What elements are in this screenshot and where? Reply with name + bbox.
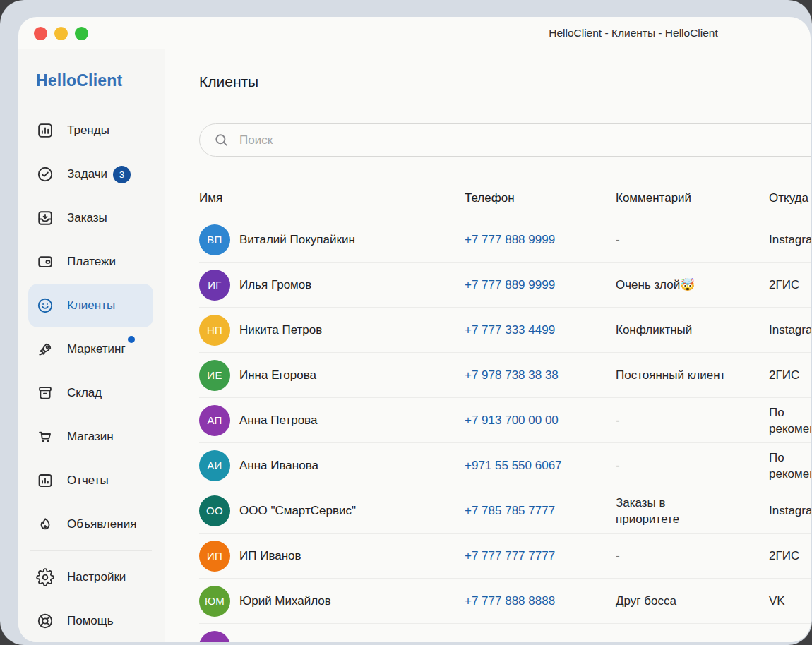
client-row[interactable]: ИГИлья Громов+7 777 889 9999Очень злой🤯2… xyxy=(199,263,811,308)
search-icon xyxy=(213,132,229,148)
window-title: HelloClient - Клиенты - HelloClient xyxy=(450,27,811,40)
client-phone-link[interactable]: +7 777 889 9999 xyxy=(465,278,555,291)
sidebar-divider xyxy=(30,550,152,551)
client-source: Instagram xyxy=(769,502,811,519)
client-avatar: ИП xyxy=(199,541,230,572)
client-name: Виталий Покупайкин xyxy=(239,233,355,247)
reports-icon xyxy=(36,471,54,490)
sidebar-item-clients[interactable]: Клиенты xyxy=(28,284,153,327)
marketing-icon xyxy=(36,340,54,358)
client-avatar: АИ xyxy=(199,450,230,481)
sidebar-item-reports[interactable]: Отчеты xyxy=(28,459,153,502)
client-phone-link[interactable]: +971 55 550 6067 xyxy=(465,459,562,472)
client-source: По рекомендации xyxy=(769,450,811,482)
sidebar-item-label: Маркетинг xyxy=(67,342,126,356)
client-name: Анна Иванова xyxy=(239,459,318,473)
client-phone-link[interactable]: +7 978 738 38 38 xyxy=(465,368,559,382)
sidebar-item-label: Настройки xyxy=(67,570,126,584)
column-header: Телефон xyxy=(465,191,616,205)
sidebar-item-ads[interactable]: Объявления xyxy=(28,502,153,546)
settings-icon xyxy=(36,568,54,586)
search-input[interactable] xyxy=(239,133,811,147)
client-source: VK xyxy=(769,593,811,609)
app-window: HelloClient - Клиенты - HelloClient Hell… xyxy=(0,0,812,645)
notification-dot xyxy=(128,336,135,343)
clients-icon xyxy=(36,296,54,315)
sidebar-item-warehouse[interactable]: Склад xyxy=(28,371,153,415)
ads-icon xyxy=(36,515,54,534)
sidebar: HelloClient ТрендыЗадачи3ЗаказыПлатежиКл… xyxy=(18,49,165,642)
client-table: ВПВиталий Покупайкин+7 777 888 9999-Inst… xyxy=(199,217,811,642)
client-comment: Друг босса xyxy=(616,593,769,609)
client-row[interactable] xyxy=(199,624,811,642)
sidebar-item-label: Магазин xyxy=(67,430,114,444)
client-name: ООО "СмартСервис" xyxy=(239,504,356,518)
zoom-window-button[interactable] xyxy=(75,27,88,40)
client-avatar: АП xyxy=(199,405,230,436)
client-phone-link[interactable]: +7 785 785 7777 xyxy=(465,504,555,517)
client-avatar xyxy=(199,631,230,642)
warehouse-icon xyxy=(36,384,54,402)
client-comment: - xyxy=(616,412,769,428)
sidebar-item-label: Заказы xyxy=(67,211,107,225)
sidebar-item-label: Склад xyxy=(67,386,102,400)
close-window-button[interactable] xyxy=(34,27,47,40)
payments-icon xyxy=(36,253,54,271)
client-source: Instagram xyxy=(769,231,811,248)
sidebar-item-marketing[interactable]: Маркетинг xyxy=(28,327,153,371)
sidebar-item-orders[interactable]: Заказы xyxy=(28,196,153,240)
trends-icon xyxy=(36,121,54,140)
app-logo: HelloClient xyxy=(18,71,165,90)
client-avatar: ОО xyxy=(199,495,230,526)
client-phone-link[interactable]: +7 913 700 00 00 xyxy=(465,414,559,427)
client-phone-link[interactable]: +7 777 888 9999 xyxy=(465,233,555,246)
sidebar-item-label: Объявления xyxy=(67,517,136,531)
client-row[interactable]: ООООО "СмартСервис"+7 785 785 7777Заказы… xyxy=(199,488,811,534)
sidebar-item-help[interactable]: Помощь xyxy=(28,599,153,642)
page-title: Клиенты xyxy=(199,72,811,92)
client-row[interactable]: ИЕИнна Егорова+7 978 738 38 38Постоянный… xyxy=(199,353,811,398)
column-header: Имя xyxy=(199,191,465,205)
sidebar-item-label: Платежи xyxy=(67,255,116,269)
client-comment: - xyxy=(616,457,769,474)
client-name: Анна Петрова xyxy=(239,414,317,428)
search-box[interactable] xyxy=(199,123,811,157)
client-phone-link[interactable]: +7 777 777 7777 xyxy=(465,549,555,562)
client-comment: - xyxy=(616,231,769,248)
client-name: Инна Егорова xyxy=(239,368,316,382)
client-avatar: ВП xyxy=(199,224,230,255)
client-avatar: НП xyxy=(199,315,230,346)
client-row[interactable]: ИПИП Иванов+7 777 777 7777-2ГИС xyxy=(199,534,811,579)
client-phone-link[interactable]: +7 777 888 8888 xyxy=(465,594,555,608)
main-content: Клиенты ИмяТелефонКомментарийОткуда узна… xyxy=(165,49,811,642)
client-name: Никита Петров xyxy=(239,323,322,337)
sidebar-item-label: Тренды xyxy=(67,123,109,138)
client-row[interactable]: НПНикита Петров+7 777 333 4499Конфликтны… xyxy=(199,308,811,353)
client-source: 2ГИС xyxy=(769,548,811,564)
client-row[interactable]: ВПВиталий Покупайкин+7 777 888 9999-Inst… xyxy=(199,217,811,263)
sidebar-item-payments[interactable]: Платежи xyxy=(28,240,153,284)
client-row[interactable]: АПАнна Петрова+7 913 700 00 00-По рекоме… xyxy=(199,398,811,443)
orders-icon xyxy=(36,209,54,227)
sidebar-item-label: Клиенты xyxy=(67,299,115,313)
client-avatar: ИГ xyxy=(199,270,230,301)
client-comment: Постоянный клиент xyxy=(616,367,769,383)
sidebar-item-tasks[interactable]: Задачи3 xyxy=(28,152,153,196)
client-name: Илья Громов xyxy=(239,278,311,292)
client-row[interactable]: АИАнна Иванова+971 55 550 6067-По рекоме… xyxy=(199,443,811,488)
client-phone-link[interactable]: +7 777 333 4499 xyxy=(465,323,555,337)
client-comment: Конфликтный xyxy=(616,322,769,338)
client-comment: Заказы в приоритете xyxy=(616,495,769,527)
client-comment: Очень злой🤯 xyxy=(616,277,769,293)
client-source: Instagram xyxy=(769,322,811,338)
client-row[interactable]: ЮМЮрий Михайлов+7 777 888 8888Друг босса… xyxy=(199,579,811,624)
help-icon xyxy=(36,612,54,630)
client-source: 2ГИС xyxy=(769,367,811,383)
sidebar-item-settings[interactable]: Настройки xyxy=(28,555,153,599)
client-source: 2ГИС xyxy=(769,277,811,293)
sidebar-item-shop[interactable]: Магазин xyxy=(28,415,153,459)
sidebar-item-trends[interactable]: Тренды xyxy=(28,109,153,152)
sidebar-item-label: Задачи xyxy=(67,167,107,181)
column-header: Комментарий xyxy=(616,191,769,205)
minimize-window-button[interactable] xyxy=(54,27,68,40)
